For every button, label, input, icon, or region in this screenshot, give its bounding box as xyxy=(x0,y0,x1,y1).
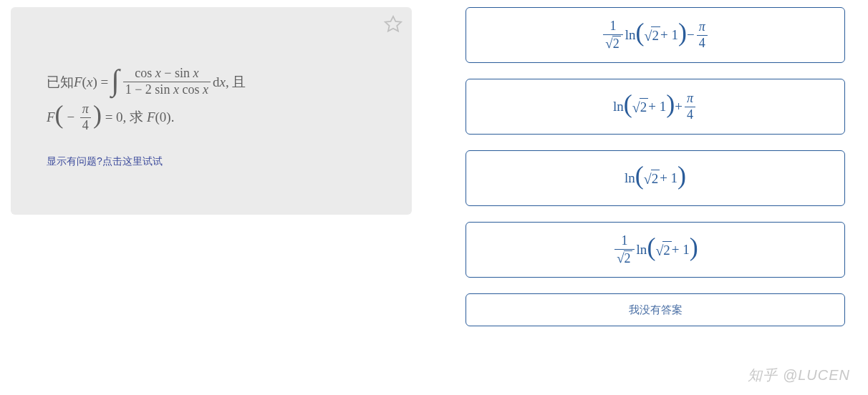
question-line-1: 已知 F(x) = ∫ cos x − sin x 1 − 2 sin x co… xyxy=(47,64,246,99)
options-list: 1 √2 ln(√2 + 1) − π4 ln(√2 + 1) + π4 ln(… xyxy=(466,7,845,326)
option-d[interactable]: 1 √2 ln(√2 + 1) xyxy=(466,222,845,278)
question-text: 已知 F(x) = ∫ cos x − sin x 1 − 2 sin x co… xyxy=(47,64,376,135)
option-a[interactable]: 1 √2 ln(√2 + 1) − π4 xyxy=(466,7,845,63)
watermark: 知乎 @LUCEN xyxy=(748,366,850,385)
display-problem-link[interactable]: 显示有问题?点击这里试试 xyxy=(47,155,376,168)
question-line-2: F( − π4 ) = 0, 求 F(0). xyxy=(47,99,174,135)
integral-icon: ∫ xyxy=(111,69,119,92)
question-card: 已知 F(x) = ∫ cos x − sin x 1 − 2 sin x co… xyxy=(11,7,412,215)
favorite-star-button[interactable] xyxy=(383,14,403,34)
option-c[interactable]: ln(√2 + 1) xyxy=(466,150,845,206)
option-no-answer[interactable]: 我没有答案 xyxy=(466,293,845,326)
option-b[interactable]: ln(√2 + 1) + π4 xyxy=(466,79,845,135)
